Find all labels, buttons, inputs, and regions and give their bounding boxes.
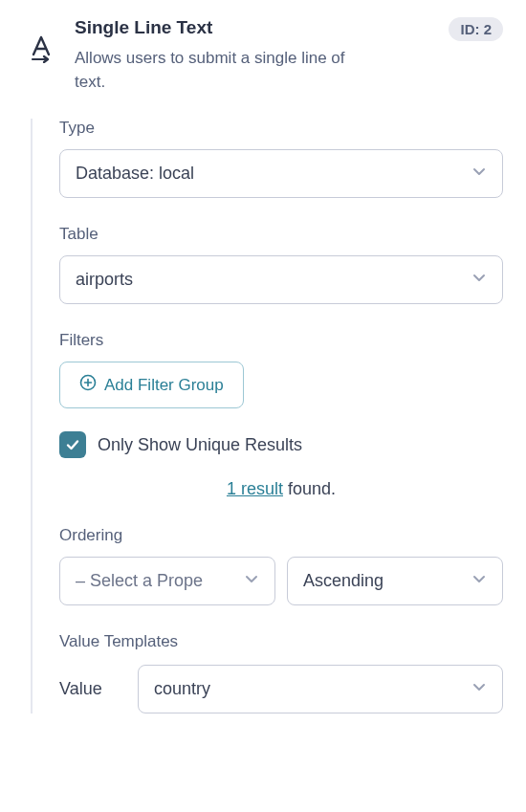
chevron-down-icon (471, 571, 487, 591)
page-title: Single Line Text (75, 17, 212, 38)
value-template-select[interactable]: country (138, 665, 503, 713)
ordering-label: Ordering (59, 526, 503, 545)
chevron-down-icon (244, 571, 259, 591)
filters-section: Filters Add Filter Group Only Show Uniqu… (59, 331, 503, 499)
value-templates-label: Value Templates (59, 632, 503, 651)
table-section: Table airports (59, 225, 503, 304)
add-filter-group-button[interactable]: Add Filter Group (59, 362, 244, 408)
ordering-direction-value: Ascending (303, 571, 384, 591)
page-description: Allows users to submit a single line of … (75, 47, 362, 94)
unique-results-label: Only Show Unique Results (98, 435, 302, 455)
ordering-property-select[interactable]: – Select a Prope (59, 557, 275, 605)
id-badge: ID: 2 (449, 17, 503, 41)
ordering-direction-select[interactable]: Ascending (287, 557, 503, 605)
plus-circle-icon (79, 374, 97, 396)
unique-results-checkbox[interactable] (59, 431, 86, 458)
results-suffix: found. (283, 479, 336, 498)
type-section: Type Database: local (59, 119, 503, 198)
chevron-down-icon (471, 164, 487, 184)
table-select-value: airports (76, 270, 133, 290)
value-template-value: country (154, 679, 210, 699)
chevron-down-icon (471, 679, 487, 699)
header: Single Line Text ID: 2 Allows users to s… (23, 17, 503, 94)
add-filter-group-label: Add Filter Group (104, 376, 224, 395)
table-label: Table (59, 225, 503, 244)
results-link[interactable]: 1 result (227, 479, 283, 498)
type-label: Type (59, 119, 503, 138)
type-select[interactable]: Database: local (59, 149, 503, 198)
chevron-down-icon (471, 270, 487, 290)
filters-label: Filters (59, 331, 503, 350)
table-select[interactable]: airports (59, 255, 503, 304)
results-line: 1 result found. (59, 479, 503, 499)
value-label: Value (59, 679, 117, 699)
text-type-icon (23, 34, 59, 63)
type-select-value: Database: local (76, 164, 194, 184)
ordering-property-placeholder: – Select a Prope (76, 571, 203, 591)
ordering-section: Ordering – Select a Prope Ascending (59, 526, 503, 605)
value-templates-section: Value Templates Value country (59, 632, 503, 713)
